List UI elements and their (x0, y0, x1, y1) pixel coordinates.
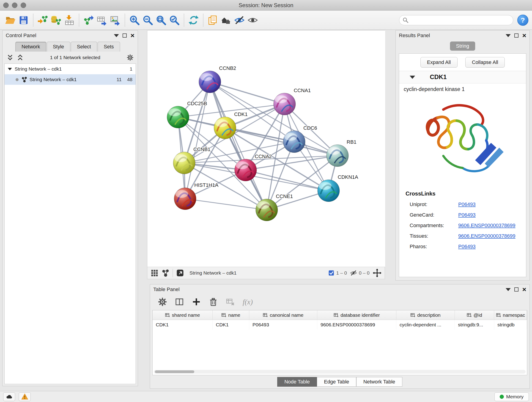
expand-all-icon[interactable] (17, 54, 24, 61)
cloud-status-button[interactable] (3, 392, 15, 401)
tab-string[interactable]: String (450, 41, 475, 51)
network-node-ccne1[interactable] (256, 199, 278, 221)
network-node-rb1[interactable] (326, 145, 348, 167)
table-row[interactable]: CDK1 CDK1 P06493 9606.ENSP00000378699 cy… (152, 320, 527, 330)
hidden-eye-slash-icon[interactable] (350, 269, 357, 276)
float-panel-icon[interactable] (514, 33, 519, 38)
compartments-link[interactable]: 9606.ENSP00000378699 (458, 223, 515, 229)
memory-button[interactable]: Memory (494, 392, 529, 401)
show-columns-icon[interactable] (175, 297, 184, 306)
node-label-ccna2: CCNA2 (255, 153, 272, 159)
tab-edge-table[interactable]: Edge Table (317, 377, 356, 387)
column-header-namespace[interactable]: namespac (494, 310, 527, 320)
panel-menu-icon[interactable] (506, 34, 511, 37)
birds-eye-view-icon[interactable] (151, 269, 158, 277)
move-crosshair-icon[interactable] (373, 269, 381, 277)
tab-node-table[interactable]: Node Table (277, 377, 317, 387)
table-settings-gear-icon[interactable] (158, 297, 167, 306)
save-session-button[interactable] (17, 13, 30, 27)
add-column-icon[interactable] (192, 297, 201, 306)
network-node-ccna1[interactable] (273, 93, 296, 115)
float-panel-icon[interactable] (123, 33, 127, 38)
column-header-description[interactable]: description (396, 310, 455, 320)
tab-network[interactable]: Network (15, 42, 46, 51)
import-network-file-button[interactable] (36, 13, 50, 27)
tab-network-table[interactable]: Network Table (356, 377, 402, 387)
tab-sets[interactable]: Sets (98, 42, 120, 51)
panel-menu-icon[interactable] (114, 34, 119, 37)
duplicate-document-button[interactable] (206, 13, 220, 27)
warnings-button[interactable] (19, 392, 31, 401)
network-node-cdk1[interactable] (214, 117, 236, 139)
hide-glass-button[interactable] (233, 13, 246, 27)
export-table-button[interactable] (95, 13, 109, 27)
column-header-id[interactable]: @id (455, 310, 494, 320)
close-panel-icon[interactable]: × (130, 32, 134, 39)
network-canvas[interactable]: CCNB2CCNA1CDC25BCDK1CDC6RB1CCNB1CCNA2CDK… (147, 31, 385, 267)
function-builder-button[interactable]: f(x) (243, 298, 253, 306)
close-panel-icon[interactable]: × (522, 286, 526, 293)
section-collapse-icon[interactable] (410, 76, 415, 79)
zoom-fit-button[interactable] (154, 13, 168, 27)
zoom-out-button[interactable] (141, 13, 154, 27)
open-session-button[interactable] (4, 13, 17, 27)
column-icon (496, 313, 501, 318)
horizontal-scrollbar[interactable] (154, 370, 526, 374)
show-glass-button[interactable] (246, 13, 259, 27)
network-node-hist1h1a[interactable] (174, 188, 196, 210)
column-header-shared-name[interactable]: shared name (152, 310, 213, 320)
main-toolbar: ? (0, 11, 532, 30)
network-edge[interactable] (210, 82, 267, 210)
network-node-ccnb2[interactable] (199, 71, 221, 93)
import-table-button[interactable] (63, 13, 76, 27)
column-icon (165, 313, 170, 318)
network-overview-icon[interactable] (162, 269, 169, 277)
network-collection-row[interactable]: String Network – cdk1 1 (5, 64, 136, 74)
network-row[interactable]: String Network – cdk1 11 48 (5, 74, 136, 85)
network-node-cdc25b[interactable] (167, 106, 189, 128)
collection-disclosure-icon[interactable] (8, 68, 12, 70)
apply-layout-button[interactable] (187, 13, 200, 27)
column-header-canonical-name[interactable]: canonical name (249, 310, 317, 320)
pharos-link[interactable]: P06493 (458, 244, 476, 249)
collapse-all-icon[interactable] (7, 54, 13, 61)
column-header-database-identifier[interactable]: database identifier (317, 310, 396, 320)
string-home-button[interactable] (220, 13, 233, 27)
help-button[interactable]: ? (517, 15, 528, 26)
search-input[interactable] (410, 17, 510, 23)
zoom-in-button[interactable] (128, 13, 141, 27)
zoom-selected-button[interactable] (168, 13, 181, 27)
network-node-ccnb1[interactable] (173, 152, 195, 174)
export-view-icon[interactable] (176, 269, 184, 277)
network-edge[interactable] (185, 199, 267, 210)
panel-menu-icon[interactable] (506, 288, 511, 291)
network-node-cdkn1a[interactable] (317, 180, 340, 202)
tab-style[interactable]: Style (47, 42, 70, 51)
network-edge[interactable] (210, 82, 285, 104)
import-network-database-button[interactable] (50, 13, 63, 27)
node-label-ccnb1: CCNB1 (193, 147, 210, 152)
window-title: Session: New Session (0, 2, 532, 8)
gear-icon[interactable] (127, 54, 133, 61)
genecard-link[interactable]: P06493 (458, 212, 476, 218)
export-network-button[interactable] (82, 13, 95, 27)
tab-select[interactable]: Select (71, 42, 97, 51)
scrollbar-thumb[interactable] (155, 370, 194, 373)
protein-section-header[interactable]: CDK1 (399, 71, 526, 83)
current-network-name: String Network – cdk1 (190, 270, 236, 276)
export-image-button[interactable] (109, 13, 122, 27)
network-edge[interactable] (185, 82, 210, 199)
delete-column-icon[interactable] (209, 297, 218, 306)
close-panel-icon[interactable]: × (522, 32, 526, 39)
tissues-link[interactable]: 9606.ENSP00000378699 (458, 233, 515, 239)
uniprot-link[interactable]: P06493 (458, 201, 476, 207)
collapse-all-button[interactable]: Collapse All (465, 57, 505, 68)
protein-structure-image (399, 94, 526, 188)
network-node-cdc6[interactable] (283, 131, 305, 153)
column-header-name[interactable]: name (213, 310, 249, 320)
table-header-row: shared name name canonical name database… (152, 310, 527, 320)
network-node-ccna2[interactable] (234, 159, 257, 181)
expand-all-button[interactable]: Expand All (420, 57, 457, 68)
float-panel-icon[interactable] (514, 287, 519, 292)
selected-checkbox-icon[interactable] (328, 270, 335, 276)
